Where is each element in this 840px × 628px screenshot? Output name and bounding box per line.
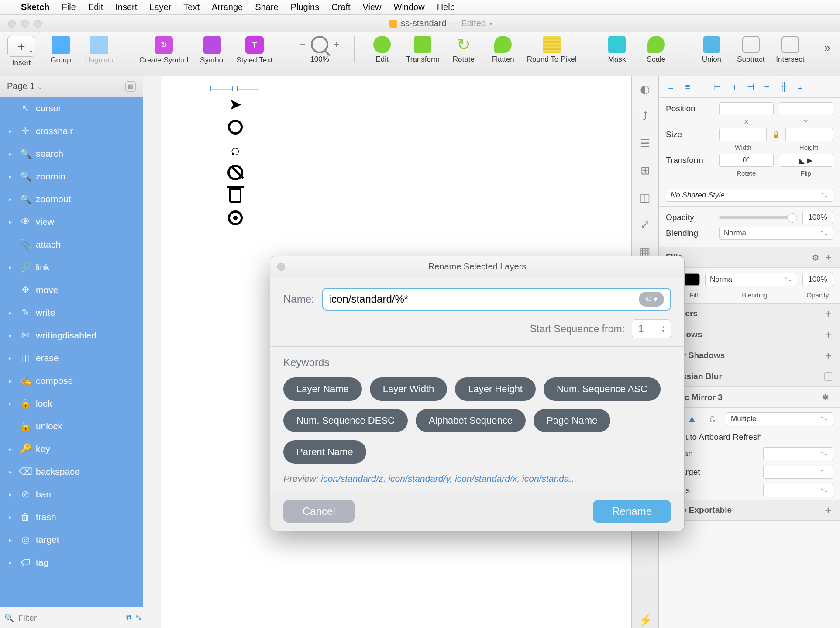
lock-icon[interactable]: 🔒 <box>772 131 780 138</box>
layer-item-writingdisabled[interactable]: ▸✄writingdisabled <box>0 324 143 347</box>
layer-item-compose[interactable]: ▸✍compose <box>0 369 143 392</box>
menu-window[interactable]: Window <box>394 2 425 12</box>
align-h-left-icon[interactable]: ⊢ <box>711 81 723 93</box>
layer-item-write[interactable]: ▸✎write <box>0 301 143 324</box>
toolbar-overflow-button[interactable]: » <box>821 36 834 55</box>
edit-button[interactable]: Edit <box>367 36 397 64</box>
subtract-button[interactable]: Subtract <box>736 36 766 64</box>
symbol-button[interactable]: Symbol <box>197 36 227 65</box>
close-icon[interactable] <box>8 20 16 28</box>
create-symbol-button[interactable]: ↻Create Symbol <box>139 36 188 65</box>
align-icon[interactable]: ☰ <box>637 135 653 151</box>
round-pixel-button[interactable]: Round To Pixel <box>527 36 577 64</box>
fills-header[interactable]: Fills⚙＋ <box>659 247 840 268</box>
flatten-button[interactable]: Flatten <box>488 36 518 64</box>
gaussian-header[interactable]: Gaussian Blur <box>659 366 840 387</box>
layer-item-search[interactable]: ▸🔍search <box>0 142 143 165</box>
layer-item-erase[interactable]: ▸◫erase <box>0 347 143 369</box>
zoom-control[interactable]: −+ 100% <box>297 36 342 64</box>
opacity-value[interactable]: 100% <box>802 211 833 224</box>
rename-button[interactable]: Rename <box>593 500 671 523</box>
align-left-icon[interactable]: ⫠ <box>665 81 677 93</box>
rotate-button[interactable]: ↻Rotate <box>448 36 479 64</box>
mm-multiple-select[interactable]: Multiple⌃⌄ <box>726 412 833 425</box>
menu-file[interactable]: File <box>62 2 76 12</box>
menu-view[interactable]: View <box>363 2 382 12</box>
menu-edit[interactable]: Edit <box>88 2 103 12</box>
exportable-header[interactable]: Make Exportable＋ <box>659 500 840 521</box>
align-h-center-icon[interactable]: ⫞ <box>728 81 740 93</box>
history-button[interactable]: ⟲ ▾ <box>639 292 664 307</box>
canvas[interactable]: ➤ ⌕ Rename Selected Layers Nam <box>143 76 631 628</box>
insert-button[interactable]: ＋ Insert <box>6 36 37 67</box>
mm-item-select[interactable]: ⌃⌄ <box>763 447 833 460</box>
page-selector[interactable]: Page 1⌵ ▥ <box>0 76 143 97</box>
transform-button[interactable]: Transform <box>406 36 440 64</box>
y-field[interactable] <box>779 102 833 115</box>
grid-icon[interactable]: ⊞ <box>637 162 653 178</box>
layer-item-zoomin[interactable]: ▸🔍zoomin <box>0 165 143 188</box>
cancel-button[interactable]: Cancel <box>283 500 355 523</box>
layer-item-tag[interactable]: ▸🏷tag <box>0 551 143 574</box>
keyword-chip[interactable]: Alphabet Sequence <box>416 409 526 432</box>
ungroup-button[interactable]: Ungroup <box>84 36 114 65</box>
layer-item-backspace[interactable]: ▸⌫backspace <box>0 460 143 483</box>
app-name[interactable]: Sketch <box>21 2 50 12</box>
layer-item-link[interactable]: ▸🔗link <box>0 256 143 279</box>
align-v-middle-icon[interactable]: ╫ <box>778 81 790 93</box>
mask-button[interactable]: Mask <box>602 36 632 64</box>
plugin-panel-icon[interactable]: ◐ <box>637 81 653 97</box>
align-center-icon[interactable]: ≡ <box>682 81 694 93</box>
filter-input[interactable] <box>18 613 122 623</box>
align-h-right-icon[interactable]: ⊣ <box>744 81 757 93</box>
fill-blend-select[interactable]: Normal⌃⌄ <box>705 273 797 286</box>
document-title[interactable]: ss-standard — Edited ▾ <box>42 18 840 28</box>
layer-item-lock[interactable]: ▸🔒lock <box>0 392 143 415</box>
layer-item-view[interactable]: ▸👁view <box>0 210 143 233</box>
layer-item-target[interactable]: ▸◎target <box>0 528 143 551</box>
mm-mirror-icon[interactable]: ▲ <box>686 413 698 425</box>
keyword-chip[interactable]: Layer Name <box>283 377 362 401</box>
shared-style-select[interactable]: No Shared Style⌃⌄ <box>666 189 833 202</box>
layer-item-ban[interactable]: ▸⊘ban <box>0 483 143 506</box>
rotate-field[interactable]: 0° <box>719 154 774 167</box>
styled-text-button[interactable]: TStyled Text <box>236 36 272 65</box>
opacity-slider[interactable] <box>719 216 797 219</box>
menu-plugins[interactable]: Plugins <box>291 2 320 12</box>
keyword-chip[interactable]: Layer Height <box>455 377 536 401</box>
select-icon[interactable]: ◫ <box>637 190 653 205</box>
layer-item-crosshair[interactable]: ▸✛crosshair <box>0 120 143 142</box>
keyword-chip[interactable]: Page Name <box>534 409 610 432</box>
export-icon[interactable]: ⤴ <box>637 108 653 124</box>
menu-layer[interactable]: Layer <box>149 2 171 12</box>
menu-insert[interactable]: Insert <box>115 2 137 12</box>
layer-item-key[interactable]: ▸🔑key <box>0 438 143 460</box>
borders-header[interactable]: Borders＋ <box>659 303 840 324</box>
mm-item-select[interactable]: ⌃⌄ <box>763 466 833 479</box>
width-field[interactable] <box>719 128 767 141</box>
layer-item-unlock[interactable]: ▸🔓unlock <box>0 415 143 438</box>
flip-field[interactable]: ◣ ▶ <box>779 154 833 167</box>
keyword-chip[interactable]: Num. Sequence DESC <box>283 409 408 432</box>
layer-item-cursor[interactable]: ▸↖cursor <box>0 97 143 120</box>
inner-shadows-header[interactable]: Inner Shadows＋ <box>659 345 840 366</box>
intersect-button[interactable]: Intersect <box>775 36 806 64</box>
fullscreen-icon[interactable] <box>34 20 42 28</box>
scale-button[interactable]: Scale <box>641 36 671 64</box>
align-v-bottom-icon[interactable]: ⫠ <box>794 81 806 93</box>
bolt-icon[interactable]: ⚡ <box>637 612 653 628</box>
menu-share[interactable]: Share <box>255 2 278 12</box>
mm-item-select[interactable]: ⌃⌄ <box>763 484 833 497</box>
artboard-selection[interactable]: ➤ ⌕ <box>209 89 261 233</box>
sequence-input[interactable]: 1 ▴▾ <box>632 319 671 338</box>
fill-opacity-field[interactable]: 100% <box>802 273 833 286</box>
blending-select[interactable]: Normal⌃⌄ <box>719 227 833 240</box>
menu-text[interactable]: Text <box>183 2 200 12</box>
height-field[interactable] <box>785 128 833 141</box>
name-input[interactable] <box>329 293 639 305</box>
resize-icon[interactable]: ⤢ <box>637 217 653 232</box>
magic-mirror-header[interactable]: Magic Mirror 3✱ <box>659 387 840 408</box>
menu-craft[interactable]: Craft <box>331 2 350 12</box>
layer-item-trash[interactable]: ▸🗑trash <box>0 506 143 528</box>
menu-help[interactable]: Help <box>437 2 455 12</box>
